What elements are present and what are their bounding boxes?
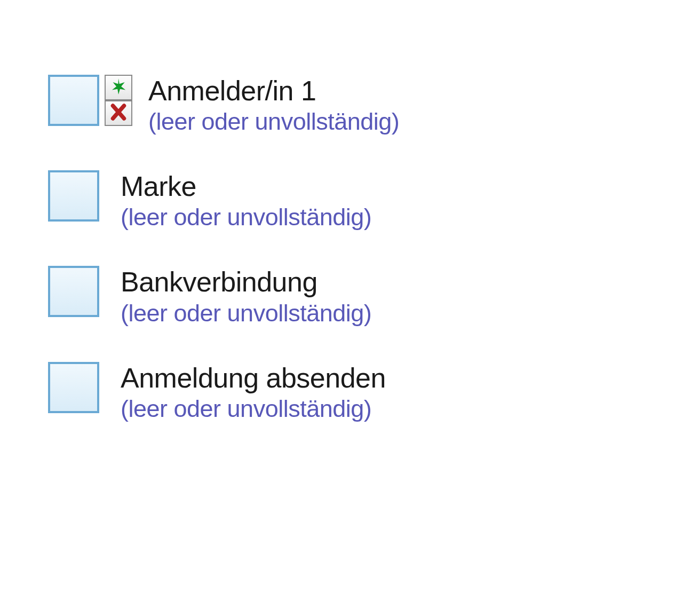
text-block: Marke (leer oder unvollständig)	[121, 170, 371, 232]
checklist-item-bankverbindung: Bankverbindung (leer oder unvollständig)	[48, 266, 635, 327]
item-status: (leer oder unvollständig)	[148, 107, 399, 136]
checklist-item-anmelder: Anmelder/in 1 (leer oder unvollständig)	[48, 75, 635, 136]
action-stack	[105, 75, 132, 126]
add-button[interactable]	[105, 75, 132, 100]
item-title: Anmeldung absenden	[121, 363, 386, 393]
checklist-list: Anmelder/in 1 (leer oder unvollständig) …	[48, 75, 635, 423]
item-title: Anmelder/in 1	[148, 76, 399, 106]
item-status: (leer oder unvollständig)	[121, 394, 386, 423]
text-block: Anmeldung absenden (leer oder unvollstän…	[121, 362, 386, 423]
checklist-item-marke: Marke (leer oder unvollständig)	[48, 170, 635, 232]
checklist-item-anmeldung-absenden: Anmeldung absenden (leer oder unvollstän…	[48, 362, 635, 423]
checkbox-bankverbindung[interactable]	[48, 266, 99, 317]
asterisk-icon	[109, 77, 128, 98]
checkbox-anmelder[interactable]	[48, 75, 99, 126]
item-status: (leer oder unvollständig)	[121, 203, 371, 232]
checkbox-marke[interactable]	[48, 170, 99, 222]
delete-button[interactable]	[105, 100, 132, 126]
item-title: Bankverbindung	[121, 267, 371, 297]
text-block: Bankverbindung (leer oder unvollständig)	[121, 266, 371, 327]
x-icon	[109, 102, 128, 124]
item-title: Marke	[121, 171, 371, 202]
item-status: (leer oder unvollständig)	[121, 299, 371, 328]
text-block: Anmelder/in 1 (leer oder unvollständig)	[148, 75, 399, 136]
checkbox-anmeldung-absenden[interactable]	[48, 362, 99, 413]
